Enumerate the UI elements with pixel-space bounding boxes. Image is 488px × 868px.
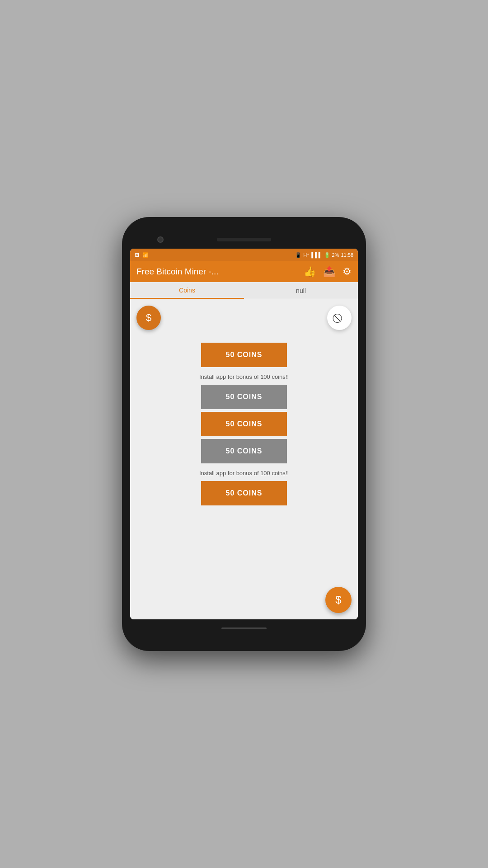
share-button[interactable]: 📤 [323, 266, 335, 278]
phone-top [130, 231, 358, 249]
phone-frame: 🖼 📶 📱 H⁺ ▌▌▌ 🔋 2% 11:58 Free Bitcoin Min… [122, 217, 366, 651]
app-bar: Free Bitcoin Miner -... 👍 📤 ⚙ [130, 261, 358, 282]
like-button[interactable]: 👍 [304, 266, 316, 278]
coin-button-4[interactable]: 50 COINS [201, 439, 287, 463]
main-content: $ ⃠ 50 COINS Install app for bonus of 10… [130, 299, 358, 619]
app-title: Free Bitcoin Miner -... [136, 267, 304, 277]
tab-null[interactable]: null [244, 282, 358, 299]
battery-icon: 🔋 [324, 252, 330, 258]
phone-screen: 🖼 📶 📱 H⁺ ▌▌▌ 🔋 2% 11:58 Free Bitcoin Min… [130, 249, 358, 619]
settings-button[interactable]: ⚙ [343, 266, 352, 278]
dollar-fab-bottom-right[interactable]: $ [325, 587, 352, 613]
wifi-status-icon: 📶 [142, 252, 149, 258]
dollar-icon-top-left: $ [146, 312, 151, 324]
camera [157, 236, 164, 243]
coin-button-2[interactable]: 50 COINS [201, 385, 287, 409]
app-bar-actions: 👍 📤 ⚙ [304, 266, 352, 278]
status-bar: 🖼 📶 📱 H⁺ ▌▌▌ 🔋 2% 11:58 [130, 249, 358, 261]
image-status-icon: 🖼 [135, 252, 140, 258]
dollar-icon-bottom-right: $ [335, 594, 341, 606]
status-right: 📱 H⁺ ▌▌▌ 🔋 2% 11:58 [295, 252, 353, 258]
bars-icon: ▌▌▌ [311, 252, 322, 258]
phone-bottom [130, 619, 358, 637]
battery-percent: 2% [332, 252, 339, 258]
bonus-text-1: Install app for bonus of 100 coins!! [199, 373, 289, 380]
no-symbol-fab-top-right[interactable]: ⃠ [327, 306, 352, 330]
clock: 11:58 [341, 252, 353, 258]
coin-button-3[interactable]: 50 COINS [201, 412, 287, 436]
tab-coins[interactable]: Coins [130, 282, 244, 299]
coin-button-1[interactable]: 50 COINS [201, 343, 287, 367]
bonus-text-2: Install app for bonus of 100 coins!! [199, 470, 289, 476]
dollar-fab-top-left[interactable]: $ [136, 306, 161, 330]
speaker [217, 238, 271, 241]
tab-bar: Coins null [130, 282, 358, 299]
coin-button-5[interactable]: 50 COINS [201, 481, 287, 505]
status-left: 🖼 📶 [135, 252, 149, 258]
home-bar [221, 627, 267, 629]
coins-list: 50 COINS Install app for bonus of 100 co… [137, 343, 351, 508]
sim-icon: 📱 [295, 252, 301, 258]
signal-icon: H⁺ [303, 252, 310, 258]
